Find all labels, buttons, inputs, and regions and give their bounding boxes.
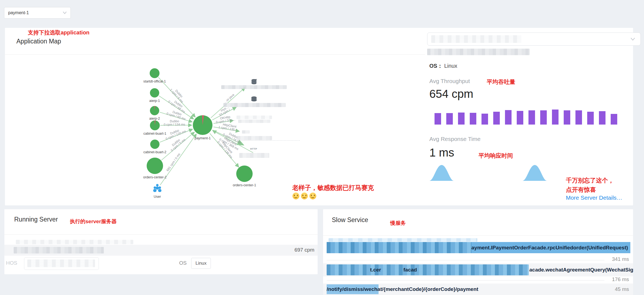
avg-throughput-label: Avg Throughput [429,78,470,84]
note-surprise-line1: 千万别忘了这个， [566,176,614,185]
running-server-row[interactable]: HOS OS Linux [4,257,318,272]
throughput-bar [611,114,617,125]
avg-response-label: Avg Response Time [429,136,481,142]
masked-node-label [237,116,272,119]
chevron-down-icon [63,11,67,14]
server-throughput: 697 cpm [272,247,314,253]
map-node-label: aierp-1 [149,99,160,103]
map-edge-label: Dubbo1 cpm / 8 ms [169,86,187,104]
throughput-bar [470,113,476,125]
throughput-bar-chart [435,109,626,125]
map-node-label: cabinet-buart-2 [143,150,166,154]
throughput-bar [552,110,559,125]
masked-text-fragment: facad [403,263,417,276]
masked-strikethrough-text [237,140,300,142]
application-selector[interactable]: payment-1 [4,7,71,19]
map-node-label: User [154,195,161,199]
slow-service-row[interactable]: ayment.IPaymentOrderFacade.rpcUnifiedord… [327,242,630,253]
running-server-divider [4,234,318,235]
smile-emoji [293,193,299,199]
os-label: OS： [429,63,443,69]
application-map-graph[interactable]: Dubbo1 cpm / 8 msDubbo0 cpm / 68 msDubbo… [5,28,425,205]
node-user[interactable]: User [153,184,161,199]
slow-service-card: Slow Service 慢服务 ayment.IPaymentOrderFac… [323,209,633,295]
throughput-bar [587,112,594,125]
masked-server-name [431,35,521,43]
node-orders-center-1[interactable]: orders-center-1 [233,166,256,187]
node-aierp-2[interactable]: aierp-2 [149,106,160,120]
masked-overlay [16,240,133,244]
node-startdt-offical-1[interactable]: startdt-offical-1 [143,68,166,83]
os-value: Linux [444,63,457,69]
map-edge-label: HttpClient1 cpm / 135 r… [218,122,241,132]
smile-emoji [309,193,316,199]
slow-service-name: acade.wechatAgreementQuery(WechatSignQue… [529,263,633,276]
masked-node-label [223,103,286,107]
node-orders-center-2[interactable]: orders-center-2 [143,158,166,179]
masked-service-bar [327,264,529,275]
slow-service-name: /notify/dismiss/wechat/{merchantCode}/{o… [327,284,478,295]
node-cabinet-buart-1[interactable]: cabinet-buart-1 [143,120,166,135]
slow-service-time: 45 ms [604,284,629,295]
http-icon: HTTP····· [250,148,257,152]
note-surprise-line2: 点开有惊喜 [566,186,596,194]
emoji-row [293,193,318,200]
response-time-sparkline [429,164,454,181]
throughput-bar [540,110,547,125]
apm-dashboard: { "app_selector": { "value": "payment-1"… [0,0,644,295]
throughput-bar [481,114,488,125]
throughput-bar [446,113,453,125]
throughput-bar [517,111,523,125]
throughput-bar [528,110,535,125]
note-masked-data: 老样子，敏感数据已打马赛克 [292,184,374,192]
server-selector[interactable] [427,33,641,46]
map-edge-label: OKHttp0 cpm / 3 m… [215,114,235,124]
response-time-sparkline [522,164,547,181]
masked-service-prefix [327,242,471,253]
os-linux-badge: Linux [191,258,211,269]
note-avg-response: 平均响应时间 [478,152,513,160]
throughput-bar [564,110,570,125]
map-edge-label: Dubbo0 cpm / 134 ms [164,119,185,126]
row-divider [327,260,604,260]
avg-throughput-value: 654 cpm [429,87,473,101]
slow-service-row[interactable]: t.cer facad acade.wechatAgreementQuery(W… [323,263,633,276]
masked-server-subtitle [427,49,530,55]
map-node-label: startdt-offical-1 [143,79,166,83]
node-aierp-1[interactable]: aierp-1 [149,88,160,103]
map-node-label: payment-1 [194,136,211,140]
datastore-icon [250,96,258,103]
throughput-bar [458,113,465,125]
throughput-bar [435,113,441,125]
throughput-bar [599,111,605,125]
masked-text-fragment: t.cer [370,263,381,276]
masked-node-label [237,136,272,140]
map-node-label: cabinet-buart-1 [143,132,166,135]
masked-text-fragment: HOS [6,260,17,266]
os-line: OS： Linux [429,62,457,70]
masked-node-label [238,120,270,123]
smile-emoji [301,193,308,199]
running-server-row[interactable]: 697 cpm [4,245,318,256]
running-server-card: Running Server 执行的server服务器 697 cpm HOS … [4,209,318,274]
masked-node-label [242,130,250,134]
slow-service-time: 176 ms [604,276,629,282]
slow-service-name: ayment.IPaymentOrderFacade.rpcUnifiedord… [471,242,628,253]
slow-service-title: Slow Service [332,216,368,224]
masked-badge-text [27,259,95,267]
masked-server-name [14,247,104,253]
map-node-label: aierp-2 [149,117,160,120]
throughput-bar [575,110,582,125]
node-payment-1[interactable]: payment-1 [193,115,212,140]
note-running-server: 执行的server服务器 [70,218,117,225]
throughput-bar [493,112,500,125]
application-selector-value: payment-1 [8,10,29,15]
more-server-details-link[interactable]: More Server Details… [566,194,622,201]
map-edge-label: 681 cpm / 0 ms [166,152,181,172]
row-divider [327,280,604,281]
note-avg-throughput: 平均吞吐量 [487,78,515,86]
slow-service-divider [323,235,633,236]
node-cabinet-buart-2[interactable]: cabinet-buart-2 [143,140,166,154]
os-label: OS [179,260,187,266]
slow-service-row[interactable]: /notify/dismiss/wechat/{merchantCode}/{o… [323,284,633,295]
